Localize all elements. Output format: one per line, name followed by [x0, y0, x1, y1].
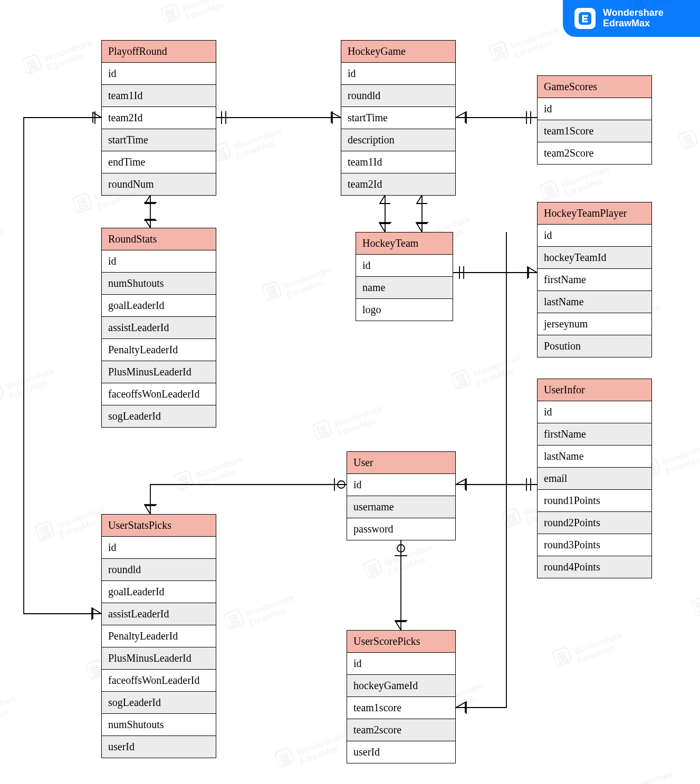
brand-watermark: Wondershare EdrawMax [563, 0, 700, 37]
entity-title: User [347, 452, 455, 474]
entity-field: faceoffsWonLeaderId [102, 670, 216, 692]
entity-field: id [341, 63, 455, 85]
entity-field: userId [347, 741, 455, 763]
entity-user: Useridusernamepassword [347, 451, 456, 540]
entity-title: UserScorePicks [347, 631, 455, 653]
entity-field: hockeyGameId [347, 675, 455, 697]
entity-field: PlusMinusLeaderId [102, 361, 216, 383]
entity-field: PlusMinusLeaderId [102, 647, 216, 670]
entity-field: goalLeaderId [102, 295, 216, 317]
entity-field: id [356, 255, 453, 277]
entity-title: GameScores [538, 76, 651, 98]
entity-field: id [538, 401, 651, 423]
entity-userStatsPicks: UserStatsPicksidroundldgoalLeaderIdassis… [101, 514, 216, 758]
entity-field: description [341, 129, 455, 151]
entity-title: PlayoffRound [102, 41, 216, 63]
entity-field: PenaltyLeaderId [102, 625, 216, 647]
entity-field: password [347, 518, 455, 540]
entity-field: id [102, 250, 216, 273]
entity-field: startTime [102, 129, 216, 151]
entity-field: faceoffsWonLeaderId [102, 383, 216, 405]
entity-field: email [538, 468, 651, 490]
entity-field: id [538, 225, 651, 247]
entity-field: id [347, 653, 455, 675]
svg-point-24 [338, 481, 345, 488]
entity-field: firstName [538, 423, 651, 446]
entity-field: roundNum [102, 173, 216, 195]
entity-title: HockeyTeam [356, 233, 453, 255]
svg-point-32 [397, 545, 405, 552]
entity-field: firstName [538, 269, 651, 291]
entity-playoffRound: PlayoffRoundidteam1Idteam2IdstartTimeend… [101, 40, 216, 196]
entity-field: team1score [347, 697, 455, 719]
entity-field: userId [102, 736, 216, 758]
entity-field: sogLeaderId [102, 405, 216, 427]
entity-field: round3Points [538, 534, 651, 556]
entity-field: id [102, 537, 216, 559]
entity-userInfor: UserInforidfirstNamelastNameemailround1P… [537, 379, 652, 578]
diagram-canvas: Wondershare EdrawMax Wondershare EdrawMa… [0, 0, 700, 784]
brand-text: Wondershare EdrawMax [603, 8, 664, 29]
entity-field: username [347, 496, 455, 518]
brand-product: EdrawMax [603, 18, 650, 28]
entity-field: lastName [538, 291, 651, 313]
entity-field: numShutouts [102, 273, 216, 295]
entity-field: team2Id [341, 173, 455, 195]
entity-field: roundld [341, 85, 455, 107]
entity-field: team1Score [538, 120, 651, 142]
entity-roundStats: RoundStatsidnumShutoutsgoalLeaderIdassis… [101, 228, 216, 428]
edrawmax-icon [574, 8, 596, 29]
entity-userScorePicks: UserScorePicksidhockeyGameIdteam1scorete… [347, 630, 456, 763]
brand-name: Wondershare [603, 7, 664, 18]
entity-field: assistLeaderId [102, 317, 216, 339]
entity-field: endTime [102, 151, 216, 173]
entity-gameScores: GameScoresidteam1Scoreteam2Score [537, 75, 652, 164]
entity-field: team1Id [102, 85, 216, 107]
entity-field: assistLeaderId [102, 603, 216, 625]
entity-field: jerseynum [538, 313, 651, 335]
entity-hockeyTeamPlayer: HockeyTeamPlayeridhockeyTeamIdfirstNamel… [537, 202, 652, 357]
entity-field: roundld [102, 559, 216, 581]
entity-field: round1Points [538, 490, 651, 512]
entity-hockeyGame: HockeyGameidroundldstartTimedescriptiont… [341, 40, 456, 196]
entity-field: goalLeaderId [102, 581, 216, 603]
entity-title: HockeyGame [341, 41, 455, 63]
entity-field: id [538, 98, 651, 120]
entity-hockeyTeam: HockeyTeamidnamelogo [356, 232, 453, 321]
entity-field: team1Id [341, 151, 455, 173]
entity-field: sogLeaderId [102, 692, 216, 714]
entity-field: lastName [538, 446, 651, 468]
entity-field: logo [356, 299, 453, 321]
entity-title: UserStatsPicks [102, 515, 216, 537]
entity-field: numShutouts [102, 714, 216, 736]
entity-field: startTime [341, 107, 455, 129]
entity-field: team2score [347, 719, 455, 741]
entity-field: round2Points [538, 512, 651, 534]
entity-field: team2Id [102, 107, 216, 129]
entity-field: PenaltyLeaderId [102, 339, 216, 361]
entity-field: team2Score [538, 142, 651, 164]
entity-field: id [102, 63, 216, 85]
entity-title: HockeyTeamPlayer [538, 202, 651, 225]
entity-title: UserInfor [538, 379, 651, 401]
entity-field: name [356, 277, 453, 299]
entity-field: hockeyTeamId [538, 247, 651, 269]
entity-field: Posution [538, 335, 651, 357]
entity-field: round4Points [538, 556, 651, 578]
entity-field: id [347, 474, 455, 496]
entity-title: RoundStats [102, 228, 216, 250]
